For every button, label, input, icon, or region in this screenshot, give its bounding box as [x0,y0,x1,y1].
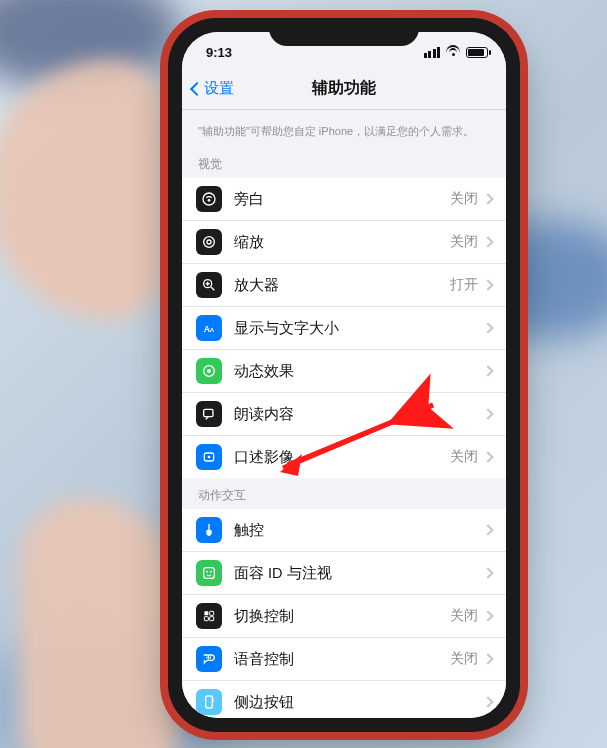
voice-control-icon [196,646,222,672]
row-value: 关闭 [450,190,478,208]
back-label: 设置 [204,79,234,98]
voiceover-icon [196,186,222,212]
switch-control-icon [196,603,222,629]
battery-icon [466,47,488,58]
row-faceid-attention[interactable]: 面容 ID 与注视 [182,551,506,594]
chevron-right-icon [482,194,493,205]
chevron-right-icon [482,452,493,463]
svg-rect-26 [212,699,213,702]
svg-rect-19 [210,612,214,616]
chevron-right-icon [482,366,493,377]
row-label: 显示与文字大小 [234,319,484,338]
row-label: 切换控制 [234,607,450,626]
chevron-right-icon [482,697,493,708]
row-voiceover[interactable]: 旁白 关闭 [182,178,506,220]
text-size-icon: AA [196,315,222,341]
row-voice-control[interactable]: 语音控制 关闭 [182,637,506,680]
row-label: 放大器 [234,276,450,295]
chevron-right-icon [482,280,493,291]
row-label: 触控 [234,521,484,540]
row-switch-control[interactable]: 切换控制 关闭 [182,594,506,637]
group-motor: 触控 面容 ID 与注视 切换控制 关闭 [182,509,506,718]
row-value: 关闭 [450,607,478,625]
svg-text:A: A [210,327,215,333]
row-label: 缩放 [234,233,450,252]
chevron-right-icon [482,237,493,248]
svg-rect-18 [204,612,208,616]
row-label: 口述影像 [234,448,450,467]
row-label: 旁白 [234,190,450,209]
nav-bar: 设置 辅助功能 [182,68,506,110]
section-header-vision: 视觉 [182,147,506,178]
chevron-right-icon [482,568,493,579]
magnifier-icon [196,272,222,298]
row-value: 关闭 [450,233,478,251]
svg-point-16 [206,571,208,573]
status-indicators [424,47,489,58]
row-magnifier[interactable]: 放大器 打开 [182,263,506,306]
row-audio-descriptions[interactable]: 口述影像 关闭 [182,435,506,478]
signal-icon [424,47,441,58]
row-value: 打开 [450,276,478,294]
group-vision: 旁白 关闭 缩放 关闭 放大器 打开 [182,178,506,478]
motion-icon [196,358,222,384]
row-label: 侧边按钮 [234,693,484,712]
svg-point-2 [204,237,215,248]
section-description: "辅助功能"可帮助您自定 iPhone，以满足您的个人需求。 [182,110,506,147]
page-title: 辅助功能 [312,78,376,99]
row-display-text-size[interactable]: AA 显示与文字大小 [182,306,506,349]
zoom-icon [196,229,222,255]
chevron-right-icon [482,525,493,536]
svg-rect-21 [210,617,214,621]
status-time: 9:13 [206,45,232,60]
chevron-right-icon [482,323,493,334]
audio-description-icon [196,444,222,470]
svg-rect-12 [204,410,213,417]
notch [269,18,419,46]
faceid-icon [196,560,222,586]
chevron-right-icon [482,409,493,420]
row-label: 动态效果 [234,362,484,381]
svg-point-3 [207,240,211,244]
side-button-icon [196,689,222,715]
screen: 9:13 设置 辅助功能 "辅助功能"可帮助您自定 iPhone，以满足您的个人… [182,32,506,718]
svg-rect-20 [204,617,208,621]
row-value: 关闭 [450,650,478,668]
wifi-icon [446,47,460,57]
row-spoken-content[interactable]: 朗读内容 [182,392,506,435]
row-label: 面容 ID 与注视 [234,564,484,583]
settings-scroll[interactable]: "辅助功能"可帮助您自定 iPhone，以满足您的个人需求。 视觉 旁白 关闭 [182,110,506,718]
back-button[interactable]: 设置 [188,79,234,98]
touch-icon [196,517,222,543]
spoken-content-icon [196,401,222,427]
row-zoom[interactable]: 缩放 关闭 [182,220,506,263]
row-motion[interactable]: 动态效果 [182,349,506,392]
row-label: 朗读内容 [234,405,484,424]
chevron-right-icon [482,654,493,665]
chevron-right-icon [482,611,493,622]
row-value: 关闭 [450,448,478,466]
section-header-motor: 动作交互 [182,478,506,509]
svg-point-14 [208,456,211,459]
row-side-button[interactable]: 侧边按钮 [182,680,506,718]
row-label: 语音控制 [234,650,450,669]
svg-point-11 [207,369,211,373]
svg-line-5 [211,287,214,290]
svg-rect-15 [204,568,215,579]
svg-point-17 [210,571,212,573]
iphone-device-frame: 9:13 设置 辅助功能 "辅助功能"可帮助您自定 iPhone，以满足您的个人… [168,18,520,732]
row-touch[interactable]: 触控 [182,509,506,551]
svg-rect-25 [206,696,213,708]
svg-point-1 [208,199,211,202]
chevron-left-icon [190,81,204,95]
